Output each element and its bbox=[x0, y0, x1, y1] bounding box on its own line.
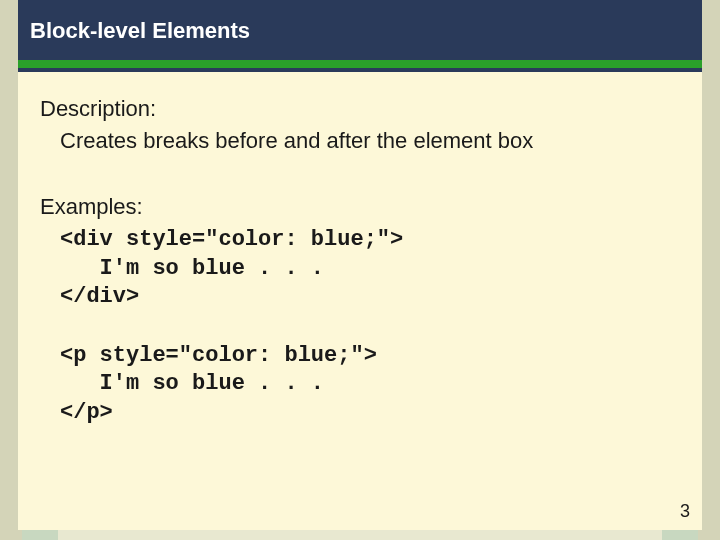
slide-title: Block-level Elements bbox=[30, 18, 690, 44]
description-label: Description: bbox=[40, 96, 680, 122]
slide-content: Description: Creates breaks before and a… bbox=[18, 68, 702, 468]
slide-header: Block-level Elements bbox=[18, 0, 702, 68]
code-example-2: <p style="color: blue;"> I'm so blue . .… bbox=[60, 342, 680, 428]
code-example-1: <div style="color: blue;"> I'm so blue .… bbox=[60, 226, 680, 312]
slide: Block-level Elements Description: Create… bbox=[18, 0, 702, 530]
examples-label: Examples: bbox=[40, 194, 680, 220]
page-number: 3 bbox=[674, 499, 696, 524]
description-text: Creates breaks before and after the elem… bbox=[60, 128, 680, 154]
